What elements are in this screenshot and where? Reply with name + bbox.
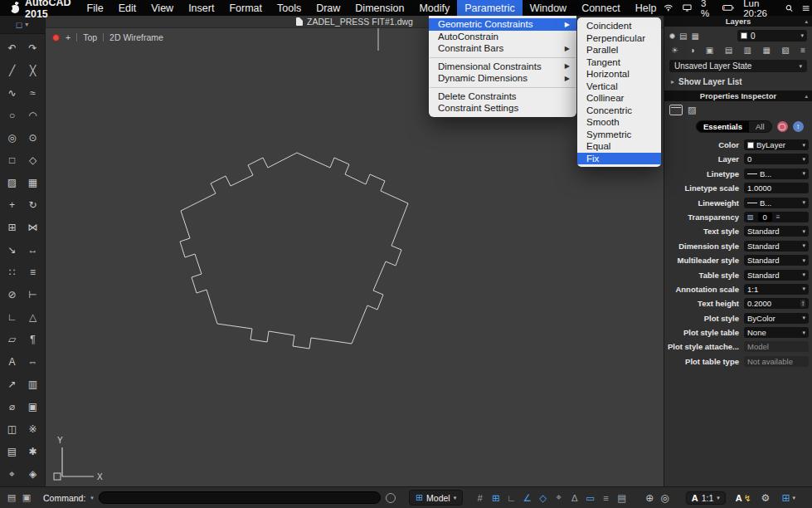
property-control[interactable]: ▨ Standard ≡ ↕ ▾	[744, 226, 809, 237]
layers-tool-icon[interactable]: ▤	[2, 440, 22, 462]
measure-tool-icon[interactable]: ⌀	[2, 395, 22, 418]
edit-pencil-icon[interactable]: ↕	[793, 121, 804, 132]
show-layer-list-toggle[interactable]: ▸ Show Layer List	[664, 75, 812, 90]
sheet-icon[interactable]: ▣	[20, 492, 33, 503]
navigate-tool-icon[interactable]: ◈	[22, 462, 43, 485]
rotate-tool-icon[interactable]: ↻	[22, 193, 43, 216]
rectangle-tool-icon[interactable]: □	[2, 149, 22, 171]
table-tool-icon[interactable]: ▥	[22, 373, 43, 395]
region-tool-icon[interactable]: ▦	[22, 171, 43, 193]
model-space-button[interactable]: ⊞ Model ▾	[409, 490, 463, 506]
offset-tool-icon[interactable]: ≡	[22, 261, 43, 283]
layer-freeze-icon[interactable]: ◑	[689, 46, 694, 55]
menubar-item[interactable]: Format	[221, 0, 270, 16]
spline-tool-icon[interactable]: ≈	[22, 81, 43, 104]
layout-icon[interactable]: ▤	[5, 492, 18, 503]
command-history-arrow-icon[interactable]: ▾	[90, 495, 94, 501]
dimension-tool-icon[interactable]: ⇔	[22, 350, 43, 373]
dyn-toggle[interactable]: ▭	[583, 491, 597, 506]
menu-item-constraint-bars[interactable]: Constraint Bars ▶	[429, 42, 576, 55]
pan-icon[interactable]: ⊕	[645, 492, 654, 504]
menu-item-geometric-constraints[interactable]: Geometric Constraints ▶	[429, 18, 576, 31]
current-layer-select[interactable]: 0 ▾	[737, 30, 807, 42]
property-control[interactable]: ▨ B... ≡ ↕ ▾	[744, 198, 809, 208]
group-tool-icon[interactable]: ◫	[2, 418, 22, 440]
menubar-item[interactable]: Dimension	[348, 0, 411, 16]
snap-toggle[interactable]: #	[473, 491, 487, 506]
menubar-clock[interactable]: Lun 20:26	[743, 0, 776, 18]
menubar-item[interactable]: Window	[523, 0, 574, 16]
osnap-tool-icon[interactable]: ⌖	[2, 462, 22, 485]
viewport-close-button[interactable]	[52, 34, 60, 42]
menu-item-autoconstrain[interactable]: AutoConstrain ▶	[429, 31, 576, 43]
menu-item-delete-constraints[interactable]: Delete Constraints ▶	[429, 90, 576, 103]
menu-item[interactable]: ▶	[430, 87, 576, 88]
undo-icon[interactable]: ↶	[2, 37, 22, 59]
isolate-objects-button[interactable]: ⊞ ▾	[781, 492, 795, 504]
drawing-shape[interactable]	[180, 153, 408, 349]
submenu-item-vertical[interactable]: Vertical	[577, 81, 661, 93]
grid-toggle[interactable]: ⊞	[489, 491, 503, 506]
layer-lock-icon[interactable]: ▣	[706, 46, 713, 55]
layer-vp-icon[interactable]: ▥	[744, 46, 751, 55]
property-control[interactable]: ▨ Standard ≡ ↕ ▾	[744, 270, 809, 281]
copy-tool-icon[interactable]: ⊞	[2, 216, 22, 238]
quickprops-toggle[interactable]: ▤	[615, 491, 629, 506]
submenu-item-parallel[interactable]: Parallel	[577, 44, 661, 56]
submenu-item-fix[interactable]: Fix	[577, 153, 661, 165]
menubar-item[interactable]: Edit	[111, 0, 144, 16]
display-icon[interactable]	[683, 3, 692, 12]
fillet-tool-icon[interactable]: ∟	[2, 305, 22, 328]
property-control[interactable]: ▨ 0.2000 ≡ ↕ ▾	[744, 298, 809, 309]
viewport-view-label[interactable]: Top	[83, 32, 97, 42]
property-control[interactable]: ▨ None ≡ ↕ ▾	[744, 327, 809, 338]
zoom-icon[interactable]: ◎	[660, 492, 669, 504]
new-layer-icon[interactable]: ▤	[679, 32, 687, 41]
menu-item-dynamic-dimensions[interactable]: Dynamic Dimensions ▶	[429, 72, 576, 85]
tab-essentials[interactable]: Essentials	[697, 121, 749, 132]
annotation-autoscale-gear-icon[interactable]: ⚙	[761, 492, 771, 504]
submenu-item-equal[interactable]: Equal	[577, 140, 661, 153]
layer-merge-icon[interactable]: ≡	[800, 46, 805, 55]
layer-on-icon[interactable]: ☀	[671, 46, 678, 55]
stretch-tool-icon[interactable]: ↔	[22, 238, 43, 261]
menubar-item[interactable]: Parametric	[457, 0, 522, 16]
erase-tool-icon[interactable]: ▱	[2, 328, 22, 350]
menubar-item[interactable]: Insert	[181, 0, 221, 16]
layer-plot-icon[interactable]: ▤	[725, 46, 732, 55]
explode-tool-icon[interactable]: ※	[22, 418, 43, 440]
property-control[interactable]: ▨ 1.0000 ≡ ↕ ▾	[744, 183, 809, 193]
menubar-item[interactable]: View	[143, 0, 181, 16]
property-control[interactable]: ▨ B... ≡ ↕ ▾	[744, 169, 809, 179]
arc-tool-icon[interactable]: ◠	[22, 104, 43, 126]
ellipse-tool-icon[interactable]: ◎	[2, 126, 22, 149]
annotation-scale-button[interactable]: A 1:1 ▾	[686, 491, 726, 505]
hatch-tool-icon[interactable]: ▨	[2, 171, 22, 193]
submenu-item-perpendicular[interactable]: Perpendicular	[577, 32, 661, 45]
polar-toggle[interactable]: ∠	[520, 491, 534, 506]
menubar-item[interactable]: Draw	[309, 0, 348, 16]
point-tool-icon[interactable]: ⊙	[22, 126, 43, 149]
submenu-item-tangent[interactable]: Tangent	[577, 56, 661, 69]
property-control[interactable]: ▨ ByColor ≡ ↕ ▾	[744, 313, 809, 324]
submenu-item-concentric[interactable]: Concentric	[577, 105, 661, 117]
menu-item-dimensional-constraints[interactable]: Dimensional Constraints ▶	[429, 61, 576, 73]
menu-item[interactable]: ▶	[430, 57, 576, 58]
ortho-toggle[interactable]: ∟	[504, 491, 518, 506]
command-options-button[interactable]	[386, 493, 396, 503]
layer-color-icon[interactable]: ▦	[762, 46, 770, 55]
move-tool-icon[interactable]: +	[2, 193, 22, 216]
mirror-tool-icon[interactable]: ⋈	[22, 216, 43, 238]
property-control[interactable]: ▨ Model ≡ ↕ ▾	[744, 341, 809, 352]
layer-state-dropdown[interactable]: Unsaved Layer State ▾	[669, 60, 807, 72]
match-properties-brush-icon[interactable]: ▨	[688, 105, 696, 115]
collapse-icon[interactable]: ▴	[805, 18, 808, 25]
app-name[interactable]: AutoCAD 2015	[20, 0, 76, 20]
menu-item-constraint-settings[interactable]: Constraint Settings ▶	[429, 102, 576, 115]
no-selection-icon[interactable]: ◯	[777, 121, 788, 132]
block-tool-icon[interactable]: ▣	[22, 395, 43, 418]
collapse-icon[interactable]: ▴	[805, 93, 808, 100]
viewport-add-button[interactable]: +	[66, 32, 71, 42]
menubar-item[interactable]: Modify	[411, 0, 457, 16]
property-control[interactable]: ▨ 0 ≡ ↕ ▾	[744, 154, 809, 164]
